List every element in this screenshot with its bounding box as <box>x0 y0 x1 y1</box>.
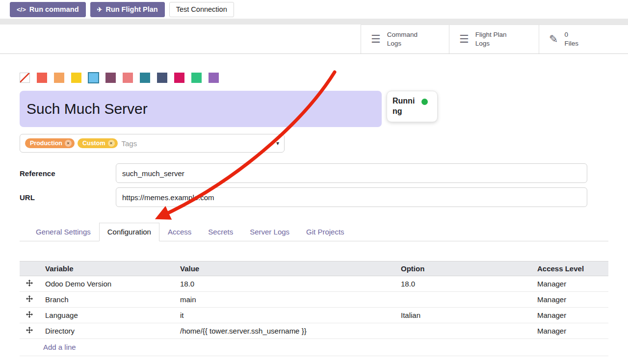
tab-access[interactable]: Access <box>159 223 200 241</box>
status-label: Running <box>392 96 418 117</box>
table-row: Language it Italian Manager <box>20 308 608 323</box>
command-logs-button[interactable]: ☰ Command Logs <box>361 25 449 53</box>
tag-custom-remove-icon[interactable]: × <box>108 140 115 147</box>
tags-placeholder: Tags <box>122 139 137 148</box>
cell-variable[interactable]: Directory <box>39 323 174 339</box>
color-swatch-red[interactable] <box>37 73 47 83</box>
window-separator-strip <box>0 19 628 25</box>
menu-icon: ☰ <box>459 34 469 45</box>
reference-label: Reference <box>20 169 116 178</box>
drag-handle-icon[interactable] <box>20 308 39 323</box>
tab-git-projects[interactable]: Git Projects <box>298 223 353 241</box>
run-flight-plan-button[interactable]: ✈ Run Flight Plan <box>90 2 165 17</box>
cell-access-level[interactable]: Manager <box>531 292 608 308</box>
form-header-band: ☰ Command Logs ☰ Flight Plan Logs ✎ 0Fil… <box>0 25 628 54</box>
color-swatch-none[interactable] <box>20 73 30 83</box>
color-swatch-magenta[interactable] <box>174 73 184 83</box>
flight-plan-logs-label: Flight Plan Logs <box>475 30 516 48</box>
table-row: Odoo Demo Version 18.0 18.0 Manager <box>20 276 608 292</box>
tab-configuration[interactable]: Configuration <box>99 223 159 241</box>
drag-handle-icon[interactable] <box>20 323 39 339</box>
cell-access-level[interactable]: Manager <box>531 308 608 323</box>
tab-secrets[interactable]: Secrets <box>200 223 241 241</box>
files-stat: 0Files <box>564 30 586 48</box>
server-name-input[interactable] <box>20 91 382 127</box>
cell-access-level[interactable]: Manager <box>531 276 608 292</box>
menu-icon: ☰ <box>371 34 381 45</box>
cell-value[interactable]: 18.0 <box>174 276 395 292</box>
files-button[interactable]: ✎ 0Files <box>539 25 628 53</box>
color-swatch-teal[interactable] <box>140 73 150 83</box>
reference-input[interactable] <box>116 163 587 183</box>
tag-production-remove-icon[interactable]: × <box>65 140 72 147</box>
add-a-line-link[interactable]: Add a line <box>43 343 76 351</box>
form-sheet: Running Production × Custom × Tags ▾ Ref… <box>0 73 628 356</box>
access-level-column-header: Access Level <box>531 261 608 276</box>
plane-icon: ✈ <box>97 6 103 13</box>
cell-value[interactable]: /home/{{ tower.server.ssh_username }} <box>174 323 395 339</box>
cell-option[interactable]: Italian <box>395 308 531 323</box>
top-toolbar: </> Run command ✈ Run Flight Plan Test C… <box>0 0 628 19</box>
notebook-tabs: General Settings Configuration Access Se… <box>20 223 608 241</box>
table-header-row: Variable Value Option Access Level <box>20 261 608 276</box>
table-row: Directory /home/{{ tower.server.ssh_user… <box>20 323 608 339</box>
color-swatch-salmon[interactable] <box>123 73 133 83</box>
reference-field-row: Reference <box>20 163 608 183</box>
cell-variable[interactable]: Branch <box>39 292 174 308</box>
chevron-down-icon[interactable]: ▾ <box>276 140 279 147</box>
add-line-row: Add a line <box>20 339 608 356</box>
tab-server-logs[interactable]: Server Logs <box>241 223 298 241</box>
option-column-header: Option <box>395 261 531 276</box>
tag-production-label: Production <box>30 140 62 147</box>
run-command-button[interactable]: </> Run command <box>10 2 86 17</box>
config-variables-table: Variable Value Option Access Level Odoo … <box>20 261 608 356</box>
cell-variable[interactable]: Language <box>39 308 174 323</box>
cell-value[interactable]: main <box>174 292 395 308</box>
url-label: URL <box>20 193 116 202</box>
files-count: 0 <box>564 31 568 38</box>
run-command-label: Run command <box>29 5 79 13</box>
cell-variable[interactable]: Odoo Demo Version <box>39 276 174 292</box>
value-column-header: Value <box>174 261 395 276</box>
tags-input[interactable]: Production × Custom × Tags ▾ <box>20 134 285 153</box>
test-connection-button[interactable]: Test Connection <box>169 2 234 17</box>
url-field-row: URL <box>20 187 608 207</box>
color-swatch-green[interactable] <box>191 73 202 83</box>
tag-custom-label: Custom <box>82 140 105 147</box>
title-row: Running <box>20 91 608 127</box>
cell-option[interactable] <box>395 323 531 339</box>
code-icon: </> <box>17 6 26 13</box>
tag-production: Production × <box>25 138 75 148</box>
color-swatch-purple[interactable] <box>209 73 219 83</box>
cell-value[interactable]: it <box>174 308 395 323</box>
color-swatch-darkpurple[interactable] <box>105 73 116 83</box>
tag-custom: Custom × <box>78 138 118 148</box>
status-dot <box>421 99 428 105</box>
cell-access-level[interactable]: Manager <box>531 323 608 339</box>
table-row: Branch main Manager <box>20 292 608 308</box>
files-label: Files <box>564 40 578 47</box>
color-swatch-cyan-selected[interactable] <box>88 72 99 83</box>
command-logs-label: Command Logs <box>387 30 426 48</box>
drag-handle-icon[interactable] <box>20 276 39 292</box>
variable-column-header: Variable <box>39 261 174 276</box>
edit-icon: ✎ <box>549 34 558 45</box>
cell-option[interactable]: 18.0 <box>395 276 531 292</box>
color-picker <box>20 73 608 83</box>
flight-plan-logs-button[interactable]: ☰ Flight Plan Logs <box>449 25 539 53</box>
color-swatch-orange[interactable] <box>54 73 64 83</box>
color-swatch-navy[interactable] <box>157 73 167 83</box>
drag-handle-icon[interactable] <box>20 292 39 308</box>
cell-option[interactable] <box>395 292 531 308</box>
run-flight-plan-label: Run Flight Plan <box>105 5 157 13</box>
tab-general-settings[interactable]: General Settings <box>27 223 99 241</box>
url-input[interactable] <box>116 187 587 207</box>
status-badge: Running <box>387 91 438 122</box>
handle-column-header <box>20 261 39 276</box>
test-connection-label: Test Connection <box>176 5 227 13</box>
color-swatch-yellow[interactable] <box>71 73 81 83</box>
